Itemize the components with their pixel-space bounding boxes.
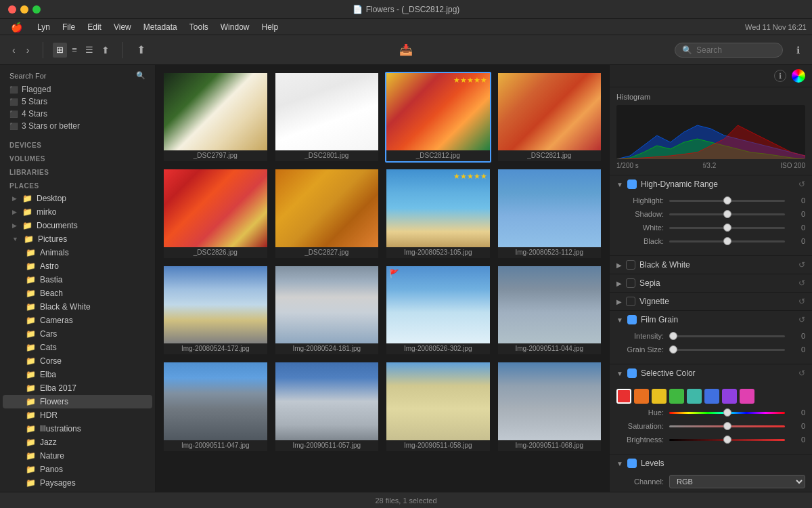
- tools-menu[interactable]: Tools: [184, 21, 214, 33]
- list-view-button[interactable]: ≡: [68, 43, 81, 58]
- file-menu[interactable]: File: [57, 21, 81, 33]
- apple-menu[interactable]: 🍎: [5, 20, 28, 34]
- photo-cell[interactable]: Img-20080524-181.jpg: [274, 265, 380, 356]
- vignette-reset[interactable]: ↺: [798, 297, 805, 306]
- photo-cell[interactable]: _DSC2797.jpg: [162, 72, 269, 163]
- sidebar-item-black-white[interactable]: 📁Black & White: [3, 300, 152, 314]
- inbox-button[interactable]: 📥: [395, 41, 417, 59]
- sidebar-item-flagged[interactable]: ⬛ Flagged: [0, 83, 155, 96]
- sidebar-item-cats[interactable]: 📁Cats: [3, 341, 152, 354]
- sidebar-item-illustrations[interactable]: 📁Illustrations: [3, 422, 152, 436]
- search-sidebar-icon[interactable]: 🔍: [136, 71, 145, 80]
- minimize-button[interactable]: [20, 5, 28, 14]
- photo-cell[interactable]: Img-20090511-044.jpg: [497, 265, 603, 356]
- sidebar-item-jazz[interactable]: 📁Jazz: [3, 436, 152, 449]
- sidebar-item-documents[interactable]: ▶ 📁 Documents: [3, 219, 152, 232]
- sidebar-item-panos[interactable]: 📁Panos: [3, 463, 152, 476]
- color-picker-button[interactable]: [792, 69, 805, 83]
- info-button[interactable]: ℹ: [792, 42, 804, 58]
- hdr-toggle[interactable]: [627, 179, 637, 189]
- sidebar-item-corse[interactable]: 📁Corse: [3, 354, 152, 368]
- vignette-header[interactable]: ▶ Vignette ↺: [610, 293, 812, 310]
- sidebar-item-flowers[interactable]: 📁Flowers: [3, 395, 152, 408]
- sidebar-item-paysages[interactable]: 📁Paysages: [3, 476, 152, 490]
- levels-header[interactable]: ▼ Levels: [610, 454, 812, 472]
- color-swatch[interactable]: [704, 389, 719, 404]
- help-menu[interactable]: Help: [256, 21, 284, 33]
- photo-cell[interactable]: Img-20090511-047.jpg: [162, 361, 269, 452]
- sidebar-item-nature[interactable]: 📁Nature: [3, 449, 152, 463]
- photo-cell[interactable]: Img-20080523-112.jpg: [497, 168, 603, 259]
- grid-view-button[interactable]: ⊞: [53, 43, 67, 58]
- share-button[interactable]: ⬆: [133, 41, 150, 59]
- grain-size-slider[interactable]: [669, 349, 785, 351]
- sidebar-item-elba[interactable]: 📁Elba: [3, 368, 152, 381]
- sidebar-item-3stars[interactable]: ⬛ 3 Stars or better: [0, 120, 155, 132]
- photo-cell[interactable]: 🚩Img-20080526-302.jpg: [385, 265, 491, 356]
- sidebar-item-astro[interactable]: 📁Astro: [3, 259, 152, 273]
- channel-select[interactable]: RGB Red Green Blue: [669, 475, 805, 488]
- photo-cell[interactable]: _DSC2821.jpg: [497, 72, 603, 163]
- search-input[interactable]: [696, 45, 777, 55]
- saturation-slider[interactable]: [669, 425, 785, 427]
- sidebar-item-cameras[interactable]: 📁Cameras: [3, 314, 152, 327]
- sepia-toggle[interactable]: [626, 278, 635, 288]
- sidebar-item-desktop[interactable]: ▶ 📁 Desktop: [3, 192, 152, 205]
- bw-toggle[interactable]: [626, 260, 635, 270]
- selective-color-header[interactable]: ▼ Selective Color ↺: [610, 364, 812, 382]
- content-area[interactable]: _DSC2797.jpg_DSC2801.jpg★★★★★_DSC2812.jp…: [156, 65, 609, 492]
- hue-slider[interactable]: [669, 412, 785, 414]
- hdr-header[interactable]: ▼ High-Dynamic Range ↺: [610, 175, 812, 193]
- black-slider[interactable]: [669, 240, 785, 242]
- photo-cell[interactable]: ★★★★★Img-20080523-105.jpg: [385, 168, 491, 259]
- photo-cell[interactable]: Img-20090511-058.jpg: [385, 361, 491, 452]
- photo-cell[interactable]: _DSC2827.jpg: [274, 168, 380, 259]
- shadow-slider[interactable]: [669, 213, 785, 215]
- sidebar-item-bastia[interactable]: 📁Bastia: [3, 273, 152, 287]
- info-icon[interactable]: ℹ: [774, 70, 786, 82]
- hdr-reset[interactable]: ↺: [798, 179, 805, 189]
- color-swatch[interactable]: [652, 389, 667, 404]
- sidebar-item-hdr[interactable]: 📁HDR: [3, 408, 152, 422]
- sidebar-item-4stars[interactable]: ⬛ 4 Stars: [0, 108, 155, 120]
- metadata-menu[interactable]: Metadata: [138, 21, 183, 33]
- bw-header[interactable]: ▶ Black & White ↺: [610, 256, 812, 274]
- sidebar-item-beach[interactable]: 📁Beach: [3, 287, 152, 300]
- bw-reset[interactable]: ↺: [798, 260, 805, 270]
- photo-cell[interactable]: _DSC2826.jpg: [162, 168, 269, 259]
- film-grain-toggle[interactable]: [627, 315, 637, 324]
- sidebar-item-pendolo[interactable]: 📁Pendolo: [3, 490, 152, 492]
- color-swatch[interactable]: [687, 389, 702, 404]
- sidebar-item-pictures[interactable]: ▼ 📁 Pictures: [3, 232, 152, 246]
- window-menu[interactable]: Window: [215, 21, 255, 33]
- view-menu[interactable]: View: [108, 21, 137, 33]
- color-swatch[interactable]: [722, 389, 737, 404]
- photo-cell[interactable]: Img-20090511-068.jpg: [497, 361, 603, 452]
- photo-cell[interactable]: _DSC2801.jpg: [274, 72, 380, 163]
- photo-cell[interactable]: Img-20080524-172.jpg: [162, 265, 269, 356]
- color-swatch[interactable]: [669, 389, 684, 404]
- detail-view-button[interactable]: ☰: [82, 43, 97, 58]
- selective-color-toggle[interactable]: [627, 368, 637, 378]
- selective-color-reset[interactable]: ↺: [798, 368, 805, 378]
- maximize-button[interactable]: [32, 5, 41, 14]
- back-button[interactable]: ‹: [8, 42, 20, 58]
- sidebar-item-5stars[interactable]: ⬛ 5 Stars: [0, 96, 155, 108]
- intensity-slider[interactable]: [669, 335, 785, 337]
- highlight-slider[interactable]: [669, 200, 785, 202]
- search-bar[interactable]: 🔍: [675, 43, 783, 58]
- sidebar-item-animals[interactable]: 📁Animals: [3, 246, 152, 259]
- color-swatch[interactable]: [740, 389, 754, 404]
- film-grain-reset[interactable]: ↺: [798, 315, 805, 324]
- sidebar-item-cars[interactable]: 📁Cars: [3, 327, 152, 341]
- forward-button[interactable]: ›: [22, 42, 34, 58]
- edit-menu[interactable]: Edit: [82, 21, 107, 33]
- photo-cell[interactable]: Img-20090511-057.jpg: [274, 361, 380, 452]
- photo-cell[interactable]: ★★★★★_DSC2812.jpg: [385, 72, 491, 163]
- vignette-toggle[interactable]: [626, 297, 635, 306]
- close-button[interactable]: [8, 5, 16, 14]
- sepia-reset[interactable]: ↺: [798, 278, 805, 288]
- sidebar-item-elba-2017[interactable]: 📁Elba 2017: [3, 381, 152, 395]
- color-swatch[interactable]: [634, 389, 649, 404]
- white-slider[interactable]: [669, 227, 785, 229]
